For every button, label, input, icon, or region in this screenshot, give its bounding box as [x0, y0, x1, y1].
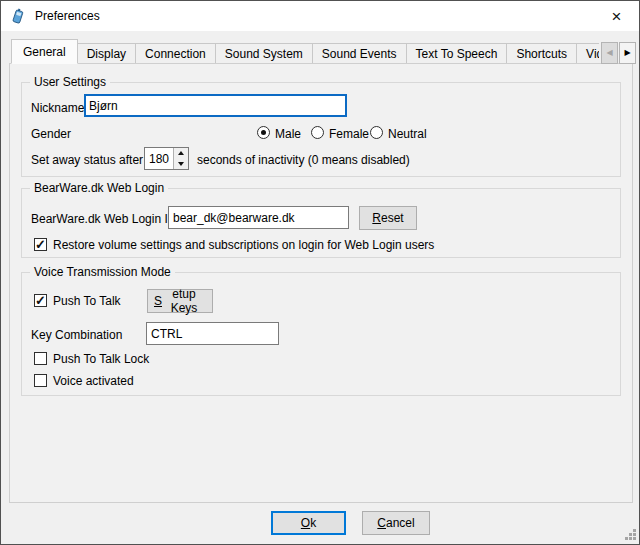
resize-grip[interactable]	[624, 529, 636, 541]
tab-display[interactable]: Display	[77, 43, 136, 64]
radio-female[interactable]	[311, 126, 324, 139]
setup-keys-button[interactable]: Setup Keys	[147, 289, 213, 313]
scroll-left-icon: ◀	[606, 49, 612, 57]
away-seconds-spinbox[interactable]: 180	[144, 147, 189, 170]
title-bar[interactable]: Preferences ×	[1, 1, 639, 31]
nickname-label: Nickname	[31, 101, 84, 115]
web-login-id-input[interactable]	[168, 206, 349, 229]
nickname-input[interactable]	[84, 94, 347, 117]
key-combination-label: Key Combination	[31, 328, 122, 342]
preferences-dialog: Preferences × General Display Connection…	[0, 0, 640, 545]
tab-scroll-left-button: ◀	[601, 42, 618, 64]
radio-male[interactable]	[257, 126, 270, 139]
group-user-settings-title: User Settings	[30, 75, 110, 89]
tab-general[interactable]: General	[11, 39, 78, 64]
key-combination-input[interactable]	[146, 322, 279, 345]
radio-male-label[interactable]: Male	[275, 127, 301, 141]
cancel-button[interactable]: Cancel	[362, 511, 430, 535]
spin-up-button[interactable]	[174, 148, 188, 159]
spin-up-icon	[178, 151, 184, 155]
push-to-talk-lock-label[interactable]: Push To Talk Lock	[53, 352, 149, 366]
window-title: Preferences	[35, 9, 100, 23]
group-web-login-title: BearWare.dk Web Login	[30, 181, 168, 195]
restore-volume-label[interactable]: Restore volume settings and subscription…	[53, 238, 434, 252]
tab-scroll-right-button[interactable]: ▶	[619, 42, 636, 64]
away-status-label: Set away status after	[31, 153, 143, 167]
gender-label: Gender	[31, 127, 71, 141]
scroll-right-icon: ▶	[624, 49, 630, 57]
spin-down-icon	[178, 162, 184, 166]
tab-bar: General Display Connection Sound System …	[11, 39, 599, 64]
push-to-talk-checkbox[interactable]	[34, 294, 47, 307]
close-button[interactable]: ×	[594, 1, 639, 31]
tab-video[interactable]: Video	[576, 43, 599, 64]
spin-down-button[interactable]	[174, 159, 188, 170]
radio-female-label[interactable]: Female	[329, 127, 369, 141]
tab-connection[interactable]: Connection	[135, 43, 216, 64]
teamtalk-app-icon	[10, 8, 26, 24]
radio-neutral-label[interactable]: Neutral	[388, 127, 427, 141]
web-login-id-label: BearWare.dk Web Login ID	[31, 212, 176, 226]
voice-activated-label[interactable]: Voice activated	[53, 374, 134, 388]
away-seconds-value[interactable]: 180	[145, 148, 173, 169]
tab-text-to-speech[interactable]: Text To Speech	[406, 43, 508, 64]
push-to-talk-label[interactable]: Push To Talk	[53, 294, 121, 308]
away-status-suffix-label: seconds of inactivity (0 means disabled)	[197, 153, 410, 167]
group-voice-transmission-title: Voice Transmission Mode	[30, 265, 175, 279]
tab-sound-system[interactable]: Sound System	[215, 43, 313, 64]
push-to-talk-lock-checkbox[interactable]	[34, 352, 47, 365]
close-icon: ×	[612, 8, 622, 25]
tab-sound-events[interactable]: Sound Events	[312, 43, 407, 64]
voice-activated-checkbox[interactable]	[34, 374, 47, 387]
restore-volume-checkbox[interactable]	[34, 238, 47, 251]
radio-neutral[interactable]	[370, 126, 383, 139]
tab-shortcuts[interactable]: Shortcuts	[506, 43, 577, 64]
reset-button[interactable]: Reset	[359, 206, 417, 230]
ok-button[interactable]: Ok	[271, 511, 346, 535]
